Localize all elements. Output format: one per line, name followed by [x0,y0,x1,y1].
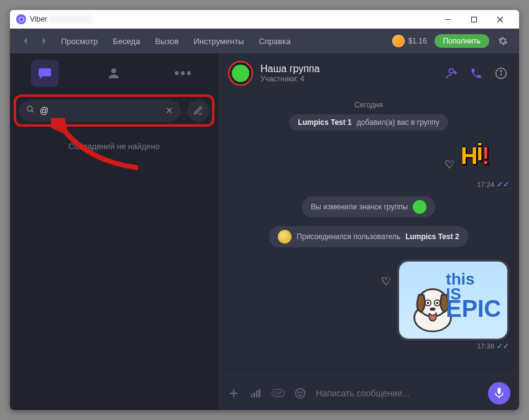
voice-message-button[interactable] [488,382,510,404]
menu-conversation[interactable]: Беседа [113,37,140,46]
sys1-user: Lumpics Test 1 [298,118,351,127]
titlebar: Viber [10,10,519,29]
svg-point-27 [301,391,303,393]
svg-point-15 [427,302,430,304]
app-window: Viber Просмотр Беседа Вызов Инструменты … [10,10,519,410]
search-icon [26,105,35,116]
attach-button[interactable] [227,386,241,400]
maximize-button[interactable] [461,10,487,29]
settings-button[interactable] [497,35,509,47]
sticker-message-2: ♡ [381,260,509,340]
svg-line-5 [32,111,34,112]
system-message-joined: Присоединился пользователь Lumpics Test … [269,226,467,247]
sys3-pre: Присоединился пользователь [297,232,400,241]
group-avatar[interactable] [228,61,253,86]
svg-rect-1 [471,17,476,22]
search-field[interactable]: ✕ [19,99,181,122]
tab-contacts[interactable] [100,60,127,87]
sticker-epic[interactable]: thisISEPIC [397,260,509,340]
title-extra-blurred [48,15,92,24]
svg-point-25 [296,388,305,398]
window-controls [435,10,513,29]
svg-point-18 [430,308,435,311]
sticker-message-1: ♡ Hi! [444,143,509,179]
system-message-icon-changed: Вы изменили значок группы [302,196,435,217]
sys3-user: Lumpics Test 2 [405,232,459,241]
svg-point-26 [298,391,300,393]
search-clear-button[interactable]: ✕ [165,105,173,116]
mini-avatar-2 [278,230,292,244]
compose-button[interactable] [187,99,209,122]
menu-call[interactable]: Вызов [155,37,178,46]
svg-rect-22 [254,393,255,398]
tab-chats[interactable] [31,60,58,87]
sys1-text: добавил(а) вас в группу [357,118,439,127]
react-heart-1[interactable]: ♡ [444,158,454,171]
message-input-row: GIF [218,375,519,410]
nav-back-button[interactable] [16,32,35,50]
messages-area[interactable]: Сегодня Lumpics Test 1 добавил(а) вас в … [218,93,519,375]
system-message-added: Lumpics Test 1 добавил(а) вас в группу [289,114,448,130]
chat-panel: Наша группа Участники: 4 Сегодня [218,53,519,410]
close-button[interactable] [487,10,513,29]
chat-info-button[interactable] [493,65,509,81]
gif-button[interactable]: GIF [272,389,285,397]
call-button[interactable] [468,65,484,81]
svg-point-11 [500,70,502,71]
no-results-label: Совпадений не найдено [10,128,218,165]
svg-point-6 [449,69,453,73]
react-heart-2[interactable]: ♡ [381,275,391,288]
menu-tools[interactable]: Инструменты [193,37,244,46]
app-icon [16,14,26,24]
balance-chip[interactable]: $1.16 [392,35,427,47]
chat-actions [443,65,509,81]
menubar: Просмотр Беседа Вызов Инструменты Справк… [10,29,519,53]
topup-button[interactable]: Пополнить [435,34,489,48]
message-input[interactable] [316,388,479,398]
timestamp-2: 17:38 ✓✓ [477,342,509,350]
app-body: ••• ✕ Совпадений не найдено [10,53,519,410]
date-divider: Сегодня [228,101,509,109]
read-ticks-icon: ✓✓ [497,342,509,350]
svg-rect-23 [256,390,258,397]
svg-point-4 [27,106,32,111]
read-ticks-icon: ✓✓ [497,180,509,189]
read-receipts-icon[interactable] [249,386,263,400]
sidebar-tabs: ••• [10,53,218,93]
menu-help[interactable]: Справка [259,37,290,46]
search-area: ✕ [10,93,218,128]
balance-value: $1.16 [408,37,427,45]
minimize-button[interactable] [435,10,461,29]
sticker-epic-text: thisISEPIC [446,272,501,319]
svg-rect-24 [259,389,260,397]
app-title: Viber [30,15,47,24]
sidebar: ••• ✕ Совпадений не найдено [10,53,218,410]
add-participant-button[interactable] [443,65,459,81]
coin-icon [392,35,405,47]
svg-point-17 [436,302,439,304]
search-input[interactable] [40,106,160,116]
menu-view[interactable]: Просмотр [61,37,98,46]
chat-header: Наша группа Участники: 4 [218,53,519,93]
svg-rect-28 [498,388,501,394]
sticker-hi[interactable]: Hi! [461,143,509,179]
nav-forward-button[interactable] [35,32,53,50]
tab-more[interactable]: ••• [170,60,197,87]
mini-avatar-1 [413,200,426,214]
chat-header-texts: Наша группа Участники: 4 [260,63,320,83]
sys2-text: Вы изменили значок группы [311,203,408,211]
sticker-button[interactable] [293,386,307,400]
svg-rect-21 [251,394,253,397]
chat-title: Наша группа [260,63,320,75]
timestamp-1: 17:24 ✓✓ [477,180,509,189]
chat-subtitle: Участники: 4 [260,75,320,83]
